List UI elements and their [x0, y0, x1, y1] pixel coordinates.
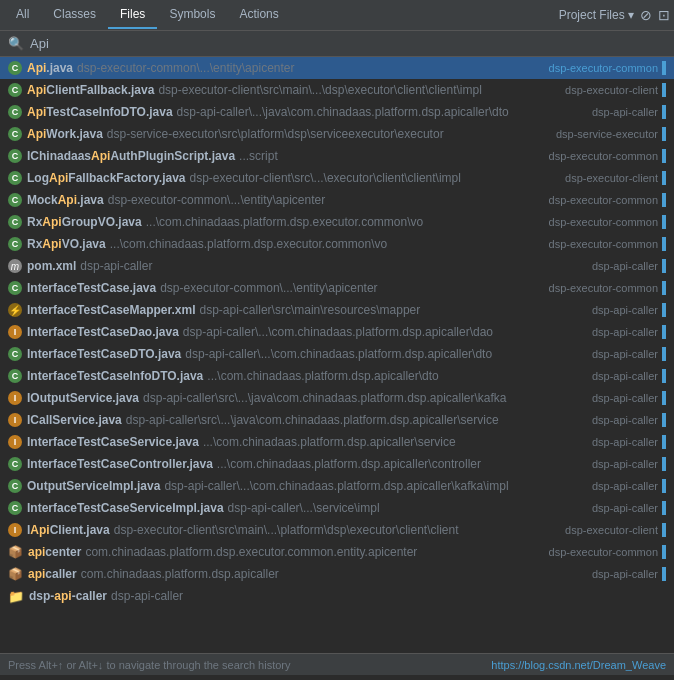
- xml-icon: ⚡: [8, 303, 22, 317]
- file-path: dsp-executor-common\...\entity\apicenter: [108, 193, 541, 207]
- status-bar: Press Alt+↑ or Alt+↓ to navigate through…: [0, 653, 674, 675]
- module-color-bar: [662, 435, 666, 449]
- results-wrapper: CApi.java dsp-executor-common\...\entity…: [0, 57, 674, 653]
- list-item[interactable]: CLogApiFallbackFactory.java dsp-executor…: [0, 167, 674, 189]
- interface-icon: I: [8, 523, 22, 537]
- module-badge: dsp-executor-common: [541, 62, 658, 74]
- tab-symbols[interactable]: Symbols: [157, 1, 227, 29]
- class-icon: C: [8, 479, 22, 493]
- class-icon: C: [8, 347, 22, 361]
- search-highlight: Api: [91, 149, 110, 163]
- list-item[interactable]: IInterfaceTestCaseService.java ...\com.c…: [0, 431, 674, 453]
- module-color-bar: [662, 369, 666, 383]
- module-badge: dsp-api-caller: [584, 348, 658, 360]
- file-name: MockApi.java: [27, 193, 104, 207]
- search-highlight: Api: [27, 83, 46, 97]
- module-color-bar: [662, 391, 666, 405]
- file-name: IOutputService.java: [27, 391, 139, 405]
- module-color-bar: [662, 413, 666, 427]
- file-path: ...\com.chinadaas.platform.dsp.apicaller…: [217, 457, 584, 471]
- class-icon: C: [8, 149, 22, 163]
- project-files-dropdown[interactable]: Project Files ▾: [559, 8, 634, 22]
- list-item[interactable]: CInterfaceTestCaseServiceImpl.java dsp-a…: [0, 497, 674, 519]
- list-item[interactable]: IInterfaceTestCaseDao.java dsp-api-calle…: [0, 321, 674, 343]
- search-highlight: api: [54, 589, 71, 603]
- interface-icon: I: [8, 391, 22, 405]
- class-icon: C: [8, 369, 22, 383]
- top-right-controls: Project Files ▾ ⊘ ⊡: [559, 7, 670, 23]
- module-badge: dsp-api-caller: [584, 370, 658, 382]
- interface-icon: I: [8, 325, 22, 339]
- search-highlight: Api: [49, 171, 68, 185]
- search-input[interactable]: [30, 36, 666, 51]
- tab-files[interactable]: Files: [108, 1, 157, 29]
- module-badge: dsp-executor-client: [557, 524, 658, 536]
- list-item[interactable]: CApiTestCaseInfoDTO.java dsp-api-caller\…: [0, 101, 674, 123]
- list-item[interactable]: CRxApiGroupVO.java ...\com.chinadaas.pla…: [0, 211, 674, 233]
- module-badge: dsp-api-caller: [584, 260, 658, 272]
- file-path: dsp-api-caller: [80, 259, 584, 273]
- filter-icon[interactable]: ⊘: [640, 7, 652, 23]
- list-item[interactable]: 📦apicenter com.chinadaas.platform.dsp.ex…: [0, 541, 674, 563]
- module-color-bar: [662, 127, 666, 141]
- module-badge: dsp-api-caller: [584, 414, 658, 426]
- module-color-bar: [662, 303, 666, 317]
- layout-icon[interactable]: ⊡: [658, 7, 670, 23]
- module-color-bar: [662, 149, 666, 163]
- module-color-bar: [662, 457, 666, 471]
- list-item[interactable]: CInterfaceTestCase.java dsp-executor-com…: [0, 277, 674, 299]
- file-path: ...\com.chinadaas.platform.dsp.executor.…: [146, 215, 541, 229]
- list-item[interactable]: 📦apicaller com.chinadaas.platform.dsp.ap…: [0, 563, 674, 585]
- list-item[interactable]: mpom.xml dsp-api-callerdsp-api-caller: [0, 255, 674, 277]
- module-badge: dsp-api-caller: [584, 106, 658, 118]
- file-path: dsp-api-caller\...\com.chinadaas.platfor…: [185, 347, 584, 361]
- list-item[interactable]: CApiClientFallback.java dsp-executor-cli…: [0, 79, 674, 101]
- list-item[interactable]: 📁dsp-api-caller dsp-api-caller: [0, 585, 674, 607]
- class-icon: C: [8, 237, 22, 251]
- folder-icon: 📦: [8, 567, 23, 581]
- list-item[interactable]: CInterfaceTestCaseInfoDTO.java ...\com.c…: [0, 365, 674, 387]
- tab-actions[interactable]: Actions: [227, 1, 290, 29]
- folder-icon: 📦: [8, 545, 23, 559]
- search-highlight: api: [28, 567, 45, 581]
- list-item[interactable]: ⚡InterfaceTestCaseMapper.xml dsp-api-cal…: [0, 299, 674, 321]
- module-badge: dsp-api-caller: [584, 502, 658, 514]
- module-color-bar: [662, 61, 666, 75]
- file-path: com.chinadaas.platform.dsp.apicaller: [81, 567, 584, 581]
- module-badge: dsp-service-executor: [548, 128, 658, 140]
- list-item[interactable]: CApi.java dsp-executor-common\...\entity…: [0, 57, 674, 79]
- module-badge: dsp-executor-client: [557, 172, 658, 184]
- module-color-bar: [662, 193, 666, 207]
- search-highlight: Api: [42, 237, 61, 251]
- file-path: dsp-api-caller\...\java\com.chinadaas.pl…: [177, 105, 584, 119]
- list-item[interactable]: CIChinadaasApiAuthPluginScript.java ...s…: [0, 145, 674, 167]
- class-icon: C: [8, 171, 22, 185]
- module-color-bar: [662, 259, 666, 273]
- search-highlight: Api: [27, 127, 46, 141]
- tab-classes[interactable]: Classes: [41, 1, 108, 29]
- file-name: InterfaceTestCaseInfoDTO.java: [27, 369, 203, 383]
- module-badge: dsp-executor-common: [541, 238, 658, 250]
- file-path: dsp-api-caller\src\...\java\com.chinadaa…: [126, 413, 584, 427]
- list-item[interactable]: CInterfaceTestCaseController.java ...\co…: [0, 453, 674, 475]
- module-color-bar: [662, 567, 666, 581]
- search-highlight: Api: [58, 193, 77, 207]
- tab-all[interactable]: All: [4, 1, 41, 29]
- list-item[interactable]: CRxApiVO.java ...\com.chinadaas.platform…: [0, 233, 674, 255]
- module-color-bar: [662, 215, 666, 229]
- interface-icon: I: [8, 435, 22, 449]
- project-folder-icon: 📁: [8, 589, 24, 604]
- maven-icon: m: [8, 259, 22, 273]
- list-item[interactable]: CMockApi.java dsp-executor-common\...\en…: [0, 189, 674, 211]
- list-item[interactable]: CInterfaceTestCaseDTO.java dsp-api-calle…: [0, 343, 674, 365]
- list-item[interactable]: IIOutputService.java dsp-api-caller\src\…: [0, 387, 674, 409]
- list-item[interactable]: COutputServiceImpl.java dsp-api-caller\.…: [0, 475, 674, 497]
- module-badge: dsp-executor-common: [541, 282, 658, 294]
- file-name: RxApiVO.java: [27, 237, 106, 251]
- list-item[interactable]: CApiWork.java dsp-service-executor\src\p…: [0, 123, 674, 145]
- search-highlight: Api: [42, 215, 61, 229]
- list-item[interactable]: IIApiClient.java dsp-executor-client\src…: [0, 519, 674, 541]
- file-path: ...\com.chinadaas.platform.dsp.apicaller…: [203, 435, 584, 449]
- list-item[interactable]: IICallService.java dsp-api-caller\src\..…: [0, 409, 674, 431]
- module-color-bar: [662, 237, 666, 251]
